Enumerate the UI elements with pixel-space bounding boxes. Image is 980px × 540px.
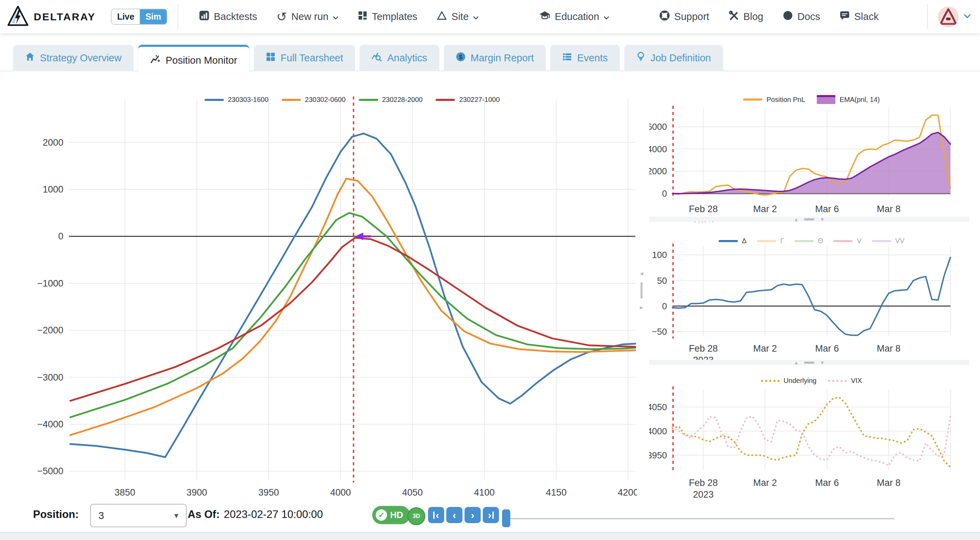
svg-text:4100: 4100 bbox=[474, 487, 495, 498]
pnl-legend: Position PnL EMA(pnl, 14) bbox=[673, 95, 950, 104]
legend-item[interactable]: 230228-2000 bbox=[359, 96, 423, 104]
bar-icon bbox=[433, 511, 434, 519]
legend-item[interactable]: V bbox=[833, 237, 861, 245]
legend-item[interactable]: EMA(pnl, 14) bbox=[817, 95, 880, 104]
last-position-button[interactable]: › bbox=[483, 507, 499, 523]
tab-events[interactable]: Events bbox=[550, 45, 620, 71]
svg-text:0: 0 bbox=[58, 231, 64, 241]
panel-resize-handle[interactable]: ▲ ▼ bbox=[649, 217, 969, 222]
chevron-down-icon[interactable] bbox=[964, 14, 971, 20]
nav-docs[interactable]: ? Docs bbox=[783, 10, 820, 23]
legend-item[interactable]: 230227-1000 bbox=[436, 96, 500, 104]
first-position-button[interactable]: ‹ bbox=[428, 507, 444, 523]
underlying-chart[interactable]: Feb 282023Mar 2Mar 6Mar 8405040003950 bbox=[649, 365, 969, 503]
hd-toggle-button[interactable]: ✓ HD bbox=[372, 506, 410, 524]
legend-swatch bbox=[761, 380, 780, 382]
tab-position-monitor[interactable]: Position Monitor bbox=[138, 45, 249, 74]
panel-resize-handle[interactable]: ▲ ▼ bbox=[649, 360, 969, 365]
next-position-button[interactable]: › bbox=[465, 507, 481, 523]
avatar[interactable] bbox=[938, 6, 959, 27]
nav-site[interactable]: Site bbox=[437, 11, 479, 23]
legend-item[interactable]: 230302-0600 bbox=[282, 96, 346, 104]
triangle-icon bbox=[437, 11, 447, 23]
previous-position-button[interactable]: ‹ bbox=[446, 507, 463, 523]
brand[interactable]: DELTARAY bbox=[7, 5, 96, 29]
nav-label: Backtests bbox=[214, 11, 257, 22]
svg-text:?: ? bbox=[786, 13, 789, 19]
chevron-down-icon bbox=[473, 11, 479, 22]
top-nav: DELTARAY Live Sim Backtests ↺ New run bbox=[0, 0, 980, 33]
legend-item[interactable]: Position PnL bbox=[743, 96, 805, 104]
legend-item[interactable]: Δ bbox=[719, 237, 746, 245]
caret-down-icon: ▾ bbox=[174, 511, 178, 520]
live-toggle[interactable]: Live bbox=[111, 9, 140, 24]
legend-item[interactable]: Underlying bbox=[761, 377, 817, 385]
tab-margin-report[interactable]: $ Margin Report bbox=[444, 45, 546, 71]
svg-text:Mar 8: Mar 8 bbox=[877, 204, 900, 214]
svg-text:Mar 2: Mar 2 bbox=[753, 343, 777, 354]
tab-label: Events bbox=[577, 53, 608, 64]
svg-text:$: $ bbox=[459, 54, 463, 61]
triangle-left-icon: ◂ bbox=[640, 269, 643, 277]
svg-text:2000: 2000 bbox=[43, 137, 64, 148]
svg-text:2023: 2023 bbox=[693, 489, 714, 500]
nav-slack[interactable]: Slack bbox=[840, 10, 879, 23]
nav-backtests[interactable]: Backtests bbox=[199, 10, 257, 23]
legend-swatch bbox=[872, 240, 891, 242]
lightbulb-icon bbox=[636, 52, 645, 64]
tab-label: Job Definition bbox=[651, 53, 711, 64]
nav-new-run[interactable]: ↺ New run bbox=[277, 11, 339, 23]
tab-job-definition[interactable]: Job Definition bbox=[624, 45, 723, 71]
legend-item[interactable]: Γ bbox=[757, 237, 784, 245]
legend-item[interactable]: 230303-1600 bbox=[205, 96, 269, 104]
nav-label: Support bbox=[674, 11, 710, 22]
tab-full-tearsheet[interactable]: Full Tearsheet bbox=[254, 45, 355, 71]
graduation-cap-icon bbox=[539, 11, 550, 23]
3d-label: 3D bbox=[412, 513, 420, 520]
svg-text:0: 0 bbox=[662, 188, 667, 199]
nav-education[interactable]: Education bbox=[539, 11, 609, 23]
tools-icon bbox=[729, 10, 739, 23]
time-slider-thumb[interactable] bbox=[502, 509, 510, 527]
question-circle-icon: ? bbox=[783, 10, 793, 23]
panel-resize-handle[interactable]: ◂ ▸ bbox=[637, 264, 646, 316]
tab-label: Strategy Overview bbox=[40, 53, 122, 64]
check-icon: ✓ bbox=[375, 509, 387, 521]
time-slider-rail[interactable] bbox=[503, 518, 895, 519]
legend-item[interactable]: VIX bbox=[828, 377, 862, 385]
app: DELTARAY Live Sim Backtests ↺ New run bbox=[0, 0, 980, 540]
svg-text:50: 50 bbox=[657, 276, 667, 286]
lifebuoy-icon bbox=[659, 10, 670, 23]
tab-label: Position Monitor bbox=[165, 55, 237, 66]
nav-right bbox=[916, 4, 971, 30]
chevron-right-icon: › bbox=[488, 509, 492, 521]
legend-item[interactable]: VV bbox=[872, 237, 905, 245]
tab-strategy-overview[interactable]: Strategy Overview bbox=[13, 45, 134, 71]
nav-templates[interactable]: Templates bbox=[358, 11, 417, 23]
position-select[interactable]: 3 ▾ bbox=[90, 504, 187, 527]
chevron-down-icon bbox=[604, 11, 609, 22]
nav-label: Education bbox=[555, 11, 599, 22]
svg-text:Mar 8: Mar 8 bbox=[877, 343, 900, 354]
nav-label: Blog bbox=[743, 11, 764, 22]
bar-icon bbox=[492, 511, 494, 519]
svg-text:Mar 8: Mar 8 bbox=[877, 478, 900, 488]
nav-blog[interactable]: Blog bbox=[729, 10, 764, 23]
legend-swatch bbox=[833, 240, 853, 242]
chart-magnifier-icon bbox=[372, 52, 382, 64]
tab-label: Analytics bbox=[387, 53, 427, 64]
sim-toggle[interactable]: Sim bbox=[140, 9, 167, 24]
tab-analytics[interactable]: Analytics bbox=[360, 45, 439, 71]
svg-text:−5000: −5000 bbox=[37, 466, 64, 476]
legend-swatch bbox=[359, 99, 378, 101]
legend-swatch bbox=[719, 240, 738, 242]
legend-swatch bbox=[436, 99, 455, 101]
payoff-chart[interactable]: 3850390039504000405041004150420020001000… bbox=[10, 78, 637, 505]
legend-item[interactable]: Θ bbox=[794, 237, 823, 245]
history-icon: ↺ bbox=[277, 11, 287, 23]
legend-swatch bbox=[828, 380, 847, 382]
nav-support[interactable]: Support bbox=[659, 10, 710, 23]
asof-label: As Of: bbox=[188, 508, 220, 520]
3d-button[interactable]: 3D bbox=[407, 507, 425, 525]
chevron-right-icon: › bbox=[471, 509, 474, 521]
